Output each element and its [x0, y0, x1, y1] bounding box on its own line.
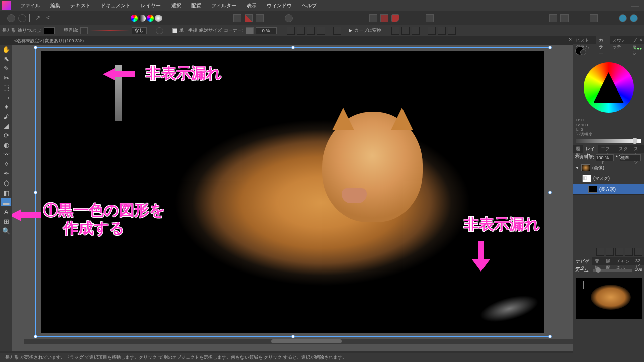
- marquee-tool-icon[interactable]: ▭: [1, 93, 11, 101]
- tab-transform[interactable]: 変換: [592, 257, 603, 265]
- stroke-style-dropdown[interactable]: なし: [132, 27, 147, 34]
- align-icon-3[interactable]: [307, 27, 315, 35]
- mesh-tool-icon[interactable]: ⊞: [1, 217, 11, 225]
- menu-arrange[interactable]: 配置: [186, 1, 206, 11]
- menu-file[interactable]: ファイル: [15, 1, 45, 11]
- blend-mode-dropdown[interactable]: [620, 154, 641, 161]
- tab-histogram[interactable]: ヒストグラム: [573, 36, 596, 44]
- nav-icon-2[interactable]: [606, 248, 614, 256]
- selection-mode-icon[interactable]: [233, 14, 242, 22]
- develop-persona-icon[interactable]: [29, 14, 32, 22]
- valign-bottom-icon[interactable]: [448, 27, 456, 35]
- flip-icon[interactable]: [333, 27, 341, 35]
- menu-text[interactable]: テキスト: [65, 1, 96, 11]
- snap-icon[interactable]: [391, 14, 399, 22]
- tab-effects[interactable]: エフェクト: [598, 145, 616, 153]
- valign-top-icon[interactable]: [428, 27, 436, 35]
- assistant-icon[interactable]: [426, 14, 434, 22]
- export-persona-icon[interactable]: <: [46, 14, 54, 22]
- gear-icon[interactable]: [156, 27, 163, 34]
- assets-icon[interactable]: [560, 14, 569, 22]
- erase-brush-icon[interactable]: ◢: [1, 122, 11, 130]
- crop-tool-icon[interactable]: ✂: [1, 74, 11, 82]
- single-radius-checkbox[interactable]: [172, 28, 177, 33]
- corner-type[interactable]: [246, 27, 254, 34]
- halign-right-icon[interactable]: [412, 27, 420, 35]
- handle-tm[interactable]: [291, 46, 295, 49]
- stock-icon[interactable]: [549, 14, 557, 22]
- color-picker-icon[interactable]: ✎: [1, 64, 11, 72]
- menu-layer[interactable]: レイヤー: [136, 1, 166, 11]
- opacity-slider[interactable]: [576, 139, 641, 143]
- align-icon-4[interactable]: [317, 27, 325, 35]
- tone-persona-icon[interactable]: ↗: [35, 14, 43, 22]
- expand-icon[interactable]: ▼: [575, 166, 579, 170]
- close-tab-x[interactable]: ×: [569, 37, 572, 42]
- opacity-arrows[interactable]: ▲▼: [615, 154, 618, 161]
- tab-stock[interactable]: ストッ: [631, 145, 644, 153]
- handle-bl[interactable]: [34, 335, 37, 338]
- tab-channels[interactable]: チャンネル: [614, 257, 633, 265]
- scrollbar-thumb[interactable]: [271, 339, 342, 343]
- menu-window[interactable]: ウィンドウ: [262, 1, 297, 11]
- tab-layers[interactable]: レイヤー: [583, 145, 598, 153]
- menu-document[interactable]: ドキュメント: [96, 1, 136, 11]
- stroke-swatch[interactable]: [80, 27, 88, 34]
- nav-icon-5[interactable]: [634, 248, 642, 256]
- corner-value-input[interactable]: 0 %: [256, 27, 277, 34]
- menu-view[interactable]: 表示: [242, 1, 262, 11]
- gradient-tool-icon[interactable]: ◧: [1, 189, 11, 197]
- handle-tl[interactable]: [34, 46, 37, 49]
- target-icon[interactable]: [285, 14, 293, 22]
- navigator-thumbnail[interactable]: [576, 278, 642, 319]
- clone-brush-icon[interactable]: ⟳: [1, 131, 11, 139]
- bg-color-icon[interactable]: [580, 49, 586, 55]
- grid-b-icon[interactable]: [380, 14, 388, 22]
- menu-edit[interactable]: 編集: [45, 1, 65, 11]
- horizontal-scrollbar[interactable]: [24, 339, 573, 344]
- tab-styles[interactable]: スタイル: [616, 145, 631, 153]
- align-icon-1[interactable]: [287, 27, 295, 35]
- account-icon[interactable]: [619, 14, 627, 22]
- handle-tr[interactable]: [548, 46, 552, 49]
- hand-tool-icon[interactable]: ✋: [1, 45, 11, 53]
- layer-mask[interactable]: ◧ (マスク): [573, 173, 644, 184]
- node-tool-icon[interactable]: ⬡: [1, 179, 11, 187]
- halign-center-icon[interactable]: [401, 27, 410, 35]
- tab-navigator[interactable]: ナビゲータ: [573, 257, 592, 265]
- nav-icon-4[interactable]: [625, 248, 633, 256]
- flood-select-icon[interactable]: ✦: [1, 103, 11, 111]
- handle-ml[interactable]: [34, 191, 37, 194]
- minimize-icon[interactable]: —: [631, 1, 639, 10]
- help-icon[interactable]: [630, 14, 638, 22]
- layer-opacity-input[interactable]: [596, 154, 614, 161]
- fill-swatch[interactable]: [44, 27, 55, 34]
- color-wheel[interactable]: [584, 62, 634, 113]
- zoom-slider[interactable]: [593, 269, 632, 272]
- photo-persona-icon[interactable]: [7, 14, 15, 22]
- refine-icon[interactable]: [256, 14, 264, 22]
- studio-icon[interactable]: [590, 14, 598, 22]
- color-format-icons[interactable]: [131, 15, 162, 22]
- layer-rectangle[interactable]: (長方形): [573, 184, 644, 195]
- canvas[interactable]: 非表示漏れ ①黒一色の図形を 作成する 非表示漏れ: [12, 45, 573, 351]
- handle-bm[interactable]: [291, 335, 295, 338]
- grid-a-icon[interactable]: [369, 14, 377, 22]
- tab-color[interactable]: カラー: [596, 36, 610, 44]
- liquify-persona-icon[interactable]: [18, 14, 26, 22]
- layer-image[interactable]: ▼ (画像): [573, 163, 644, 173]
- valign-middle-icon[interactable]: [438, 27, 446, 35]
- selection-brush-icon[interactable]: ⬚: [1, 83, 11, 92]
- smudge-brush-icon[interactable]: 〰: [1, 150, 11, 158]
- rectangle-tool-icon[interactable]: ▬: [1, 198, 11, 206]
- menu-filters[interactable]: フィルター: [206, 1, 242, 11]
- paint-brush-icon[interactable]: 🖌: [1, 112, 11, 120]
- panel-close-icon[interactable]: ×: [640, 37, 642, 42]
- tab-history[interactable]: 履歴: [573, 145, 583, 153]
- stroke-preview[interactable]: [90, 30, 130, 31]
- convert-curve-button[interactable]: カーブに変換: [354, 27, 381, 34]
- quick-mask-icon[interactable]: [245, 14, 253, 22]
- align-icon-2[interactable]: [297, 27, 305, 35]
- selection-bounds[interactable]: [35, 47, 550, 337]
- nav-icon-3[interactable]: [615, 248, 623, 256]
